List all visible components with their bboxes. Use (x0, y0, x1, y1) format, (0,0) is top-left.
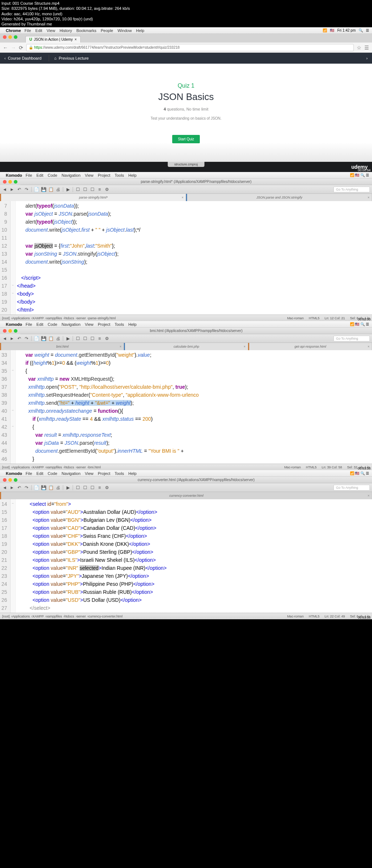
fwd-icon[interactable]: ► (9, 336, 15, 341)
menu-view[interactable]: View (85, 471, 94, 476)
forward-icon[interactable]: ► (9, 187, 15, 192)
bookmark-icon[interactable]: ☆ (357, 45, 361, 51)
crumb[interactable]: htdocs (65, 615, 74, 618)
undo-icon[interactable]: ↶ (17, 336, 22, 341)
undo-icon[interactable]: ↶ (17, 485, 22, 490)
icon[interactable]: ☐ (75, 187, 80, 192)
crumb[interactable]: [root] (2, 465, 10, 469)
saveall-icon[interactable]: 📋 (48, 187, 53, 192)
menu-help[interactable]: Help (128, 322, 137, 327)
menu-nav[interactable]: Navigation (62, 471, 81, 476)
code-content[interactable]: alert(typeof(jsonData)); var jsObject = … (16, 201, 372, 315)
saveall-icon[interactable]: 📋 (48, 336, 53, 341)
reload-icon[interactable]: ⟳ (19, 45, 23, 51)
menu-bookmarks[interactable]: Bookmarks (76, 28, 96, 33)
menu-code[interactable]: Code (48, 471, 57, 476)
tab-api-response[interactable]: get-api-response.html× (248, 343, 372, 350)
project-tab[interactable]: structure.cmproj (168, 162, 205, 167)
run-icon[interactable]: ▶ (65, 336, 70, 341)
crumb[interactable]: [root] (2, 615, 10, 618)
icon[interactable]: ≡ (97, 187, 102, 192)
menu-people[interactable]: People (101, 28, 113, 33)
back-icon[interactable]: ◄ (2, 336, 7, 341)
start-quiz-button[interactable]: Start Quiz (172, 135, 200, 143)
close-icon[interactable]: × (243, 345, 245, 348)
crumb[interactable]: XAMPP (32, 615, 44, 618)
menu-help[interactable]: Help (128, 173, 137, 177)
new-icon[interactable]: 📄 (34, 485, 39, 490)
menu-tools[interactable]: Tools (115, 471, 124, 476)
url-bar[interactable]: 🔒 https ://www.udemy.com/draft/661774/le… (26, 44, 354, 51)
menu-edit[interactable]: Edit (36, 471, 43, 476)
menu-edit[interactable]: Edit (35, 28, 42, 33)
tab-calc-bmi[interactable]: calculate-bmi.php× (124, 343, 248, 350)
crumb[interactable]: xamppfiles (46, 615, 62, 618)
app-name[interactable]: Komodo (6, 471, 22, 476)
prev-lecture-link[interactable]: ⌂ Previous Lecture (54, 56, 89, 60)
menu-edit[interactable]: Edit (36, 322, 43, 327)
run-icon[interactable]: ▶ (65, 187, 70, 192)
app-name[interactable]: Komodo (6, 173, 22, 177)
menu-history[interactable]: History (60, 28, 72, 33)
goto-anything-input[interactable]: Go To Anything (333, 187, 370, 192)
fwd-icon[interactable]: ► (9, 485, 15, 490)
crumb[interactable]: xamppfiles (46, 465, 62, 469)
icon[interactable]: ☐ (90, 485, 95, 490)
icon[interactable]: ☐ (82, 336, 88, 341)
wifi-icon[interactable]: 📶 (323, 28, 327, 32)
tab-json-parse[interactable]: JSON.parse and JSON.stringify× (186, 194, 372, 201)
close-tab-icon[interactable]: × (74, 37, 77, 41)
gear-icon[interactable]: ⚙ (104, 187, 109, 192)
crumb[interactable]: xamppfiles (46, 316, 62, 320)
maximize-window[interactable] (14, 35, 17, 39)
menu-view[interactable]: View (46, 28, 55, 33)
crumb[interactable]: XAMPP (32, 465, 44, 469)
menu-view[interactable]: View (85, 173, 94, 177)
crumb[interactable]: htdocs (65, 465, 74, 469)
crumb[interactable]: XAMPP (32, 316, 44, 320)
tab-currency[interactable]: currency-converter.html× (0, 492, 372, 499)
menu-file[interactable]: File (26, 322, 32, 327)
run-icon[interactable]: ▶ (65, 485, 70, 490)
gear-icon[interactable]: ⚙ (104, 485, 109, 490)
lang[interactable]: HTML5 (306, 465, 317, 469)
save-icon[interactable]: 💾 (41, 336, 46, 341)
crumb[interactable]: server (77, 465, 86, 469)
lang[interactable]: HTML5 (309, 316, 320, 320)
browser-tab[interactable]: U JSON in Action | Udemy × (25, 36, 81, 43)
menu-navigation[interactable]: Navigation (62, 173, 81, 177)
print-icon[interactable]: 🖨 (56, 336, 61, 341)
crumb[interactable]: server (77, 615, 86, 618)
encoding[interactable]: Mac-roman (287, 615, 304, 618)
menu-file[interactable]: File (26, 471, 32, 476)
close-icon[interactable]: × (368, 345, 369, 348)
crumb[interactable]: [root] (2, 316, 10, 320)
menu-project[interactable]: Project (98, 322, 110, 327)
menu-tools[interactable]: Tools (115, 173, 124, 177)
tab-parse-stringify[interactable]: parse-stringify.html*× (0, 194, 186, 201)
close-window[interactable] (3, 35, 7, 39)
undo-icon[interactable]: ↶ (17, 187, 22, 192)
goto-anything-input[interactable]: Go To Anything (333, 485, 370, 491)
close-icon[interactable]: × (120, 345, 121, 348)
back-icon[interactable]: ◄ (2, 485, 7, 490)
app-name[interactable]: Chrome (6, 28, 21, 33)
save-icon[interactable]: 💾 (41, 187, 46, 192)
menu-code[interactable]: Code (48, 322, 57, 327)
icon[interactable]: ☐ (82, 187, 88, 192)
crumb[interactable]: Applications (12, 615, 30, 618)
encoding[interactable]: Mac-roman (284, 465, 301, 469)
new-icon[interactable]: 📄 (34, 187, 39, 192)
menu-code[interactable]: Code (48, 173, 57, 177)
redo-icon[interactable]: ↷ (24, 187, 29, 192)
crumb[interactable]: parse-stringify.html (88, 316, 116, 320)
code-editor[interactable]: 1415161718192021222324252627 − <select i… (0, 499, 372, 613)
icon[interactable]: ☐ (90, 336, 95, 341)
crumb[interactable]: server (77, 316, 86, 320)
back-icon[interactable]: ← (3, 45, 8, 51)
menu-tools[interactable]: Tools (115, 322, 124, 327)
icon[interactable]: ☐ (75, 485, 80, 490)
crumb[interactable]: Applications (12, 465, 30, 469)
app-name[interactable]: Komodo (6, 322, 22, 327)
hamburger-icon[interactable]: ☰ (364, 45, 369, 51)
